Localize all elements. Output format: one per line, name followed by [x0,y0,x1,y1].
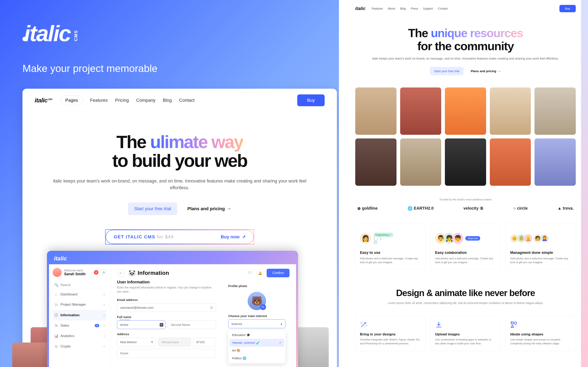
nav-blog[interactable]: Blog [163,98,172,103]
logo-circle: ○circle [513,206,527,211]
dash-titlebar: italic [49,253,296,264]
right-preview-panel: italic Features About Blog Press Support… [339,0,588,367]
right-buy-button[interactable]: Buy [559,5,576,12]
sidebar-item-sales[interactable]: 🛍Sales8≡ [53,321,107,331]
rnav-about[interactable]: About [388,7,395,10]
right-trial-button[interactable]: Start your free trial [430,67,463,75]
nav-contact[interactable]: Contact [179,98,195,103]
hero-title: The ulimate way to build your web [47,133,312,170]
photo-tile [535,87,576,135]
right-logo[interactable]: italic [355,6,365,11]
interest-select[interactable]: Science▴ [228,319,285,328]
menu-icon: ≡ [103,314,105,317]
start-trial-button[interactable]: Start your free trial [128,202,177,215]
menu-icon: ≡ [103,345,105,348]
email-label: Email address [117,298,216,301]
feature-card: 👨 👧 👦 Share link Easy colaboration Add p… [430,223,501,269]
dd-option-art[interactable]: Art 🎨 [229,347,284,354]
nav-company[interactable]: Company [136,98,155,103]
memoji-icon: 👦 [452,233,463,244]
feature-card: 👴 👵 👱 🧑 👩‍🦰 Managment done simple Add ph… [506,223,576,269]
promo-text: GET ITALIC CMS for $49 [114,234,174,240]
feature-tag: Engineering ✓ [373,233,393,237]
photo-tile [400,138,441,186]
sidebar-item-information[interactable]: ⓘInformation≡ [53,310,107,320]
profile-photo[interactable]: 🐻✎ [248,292,266,310]
section-title: User Information [117,280,216,284]
photo-tile [490,138,531,186]
right-nav: Features About Blog Press Support Contac… [372,7,448,10]
edit-icon[interactable]: ✎ [260,304,266,310]
nav-pages[interactable]: Pages [61,95,83,105]
clear-icon[interactable]: ✕ [160,323,163,327]
bottom-card: Ideate using shapes Use simple shapes an… [506,315,576,351]
left-logo: italic CMS [22,20,327,57]
zip-field[interactable] [193,338,216,346]
promo-buy-link[interactable]: Buy now [221,234,246,240]
share-pill[interactable]: Share link [465,236,480,241]
sidebar-item-project[interactable]: 🗂Project Manager≡ [53,300,107,309]
city-field: Albuquerque [158,338,191,346]
photo-tile [294,327,329,367]
svg-point-1 [514,322,517,324]
logo-velocity: velocity⑨ [463,206,484,211]
dd-option-education[interactable]: Education 🎓 [229,331,284,339]
address-label: Address [117,332,216,336]
street-field[interactable] [117,349,216,358]
state-select[interactable]: New Mexico▾ [117,337,156,346]
dd-option-politics[interactable]: Politics 🌐 [229,354,284,362]
sidebar-item-analytics[interactable]: 📊Analytics≡ [53,331,107,341]
logos-row: ⊕goldline 🌐EARTH2.0 velocity⑨ ○circle ▲t… [355,206,576,211]
shield-icon[interactable]: 🛡 [246,269,254,277]
confirm-button[interactable]: Confirm [267,269,290,277]
right-hero-sub: Italic keeps your team's work on-brand, … [355,56,576,61]
right-pricing-link[interactable]: Plans and pricing [471,69,501,73]
feature-card: 👩 Engineering ✓ { / } 🕐 Easy to use Add … [355,223,425,269]
rnav-blog[interactable]: Blog [400,7,406,10]
second-name-field[interactable] [168,320,216,329]
check-icon: ✓ [279,341,282,345]
sidebar-item-crypto[interactable]: ◎Crypto≡ [53,341,107,351]
gear-icon[interactable]: ⚙ [101,269,107,275]
dash-main: ← 🐼 Information 🛡 🔔 Confirm User Informa… [110,264,296,367]
profile-col: Profile photo 🐻✎ Choose your main intere… [224,280,290,367]
rnav-press[interactable]: Press [411,7,418,10]
first-name-field[interactable] [117,320,165,329]
features-grid: 👩 Engineering ✓ { / } 🕐 Easy to use Add … [355,223,576,269]
photo-grid [355,87,576,186]
panda-icon: 🐼 [129,270,136,276]
dashboard-overlay: italic Welcome back, Sarah Smith 5 ⚙ 🔍Se… [47,251,298,367]
back-button[interactable]: ← [117,269,124,277]
bottom-desc: Use simple shapes and arrows to visualiz… [510,338,571,346]
feature-desc: Add photos and a welcome message. Create… [435,257,496,264]
user-name: Sarah Smith [64,272,91,276]
sidebar-item-dashboard[interactable]: ⌂Dashboard≡ [53,290,107,299]
buy-button[interactable]: Buy [297,94,325,106]
memoji-icon: 👱 [524,234,532,242]
plans-pricing-link[interactable]: Plans and pricing [187,206,231,211]
feature-title: Easy colaboration [435,250,496,255]
user-block[interactable]: Welcome back, Sarah Smith 5 ⚙ [53,268,107,277]
photo-tile [535,138,576,186]
bell-icon[interactable]: 🔔 [256,269,264,277]
feature-desc: Add photos and a welcome message. Create… [360,257,421,264]
nav-features[interactable]: Features [90,98,108,103]
arrow-right-icon [227,206,231,211]
browser-header: italicCMS Pages Features Pricing Company… [22,89,337,112]
rnav-support[interactable]: Support [423,7,433,10]
promo-pill[interactable]: GET ITALIC CMS for $49 Buy now [105,229,254,244]
nav-pricing[interactable]: Pricing [115,98,129,103]
rnav-features[interactable]: Features [372,7,383,10]
dd-option-science[interactable]: Yeeeah, science! 🧪✓ [229,339,284,347]
right-header: italic Features About Blog Press Support… [355,5,576,12]
sidebar-search[interactable]: 🔍Search [53,281,107,289]
info-icon: ⓘ [54,313,58,317]
interest-label: Choose your main interest [228,314,285,318]
bottom-title: Bring in your designs [360,332,421,336]
briefcase-icon: 🗂 [54,303,58,307]
browser-logo[interactable]: italicCMS [35,97,52,104]
email-field[interactable] [117,303,216,312]
bottom-title: Ideate using shapes [510,332,571,336]
menu-icon: ≡ [103,303,105,306]
rnav-contact[interactable]: Contact [438,7,448,10]
